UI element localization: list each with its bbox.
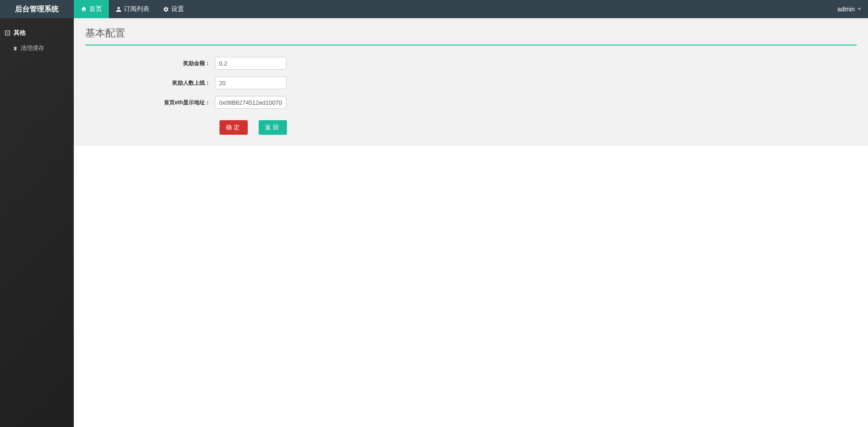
nav-settings-label: 设置 [171,5,184,13]
input-eth-address[interactable] [215,96,286,109]
trash-icon [13,46,18,51]
nav-subscribe-label: 订阅列表 [124,5,149,13]
row-reward-limit: 奖励人数上线： [85,76,857,89]
nav-home[interactable]: 首页 [74,0,109,18]
sidebar-group-other-label: 其他 [14,29,26,37]
user-menu[interactable]: admin [831,0,868,18]
sidebar-group-other[interactable]: 其他 [0,25,74,41]
nav-items: 首页 订阅列表 设置 [74,0,191,18]
sidebar-item-clear-cache-label: 清理缓存 [20,44,44,52]
nav-spacer [191,0,831,18]
panel-title: 基本配置 [85,26,857,46]
label-reward-limit: 奖励人数上线： [85,79,215,87]
label-eth-address: 首页eth显示地址： [85,99,215,107]
config-panel: 基本配置 奖励金额： 奖励人数上线： 首页eth显示地址： 确定 返回 [74,18,868,146]
input-reward-amount[interactable] [215,57,286,70]
top-navbar: 后台管理系统 首页 订阅列表 设置 admin [0,0,868,18]
row-reward-amount: 奖励金额： [85,57,857,70]
label-reward-amount: 奖励金额： [85,60,215,67]
gear-icon [163,6,169,12]
user-name: admin [837,5,855,13]
confirm-button[interactable]: 确定 [220,120,248,135]
sidebar-item-clear-cache[interactable]: 清理缓存 [0,41,74,56]
layout: 其他 清理缓存 基本配置 奖励金额： 奖励人数上线： 首页eth显示地址： [0,18,868,427]
caret-down-icon [858,7,861,11]
sidebar: 其他 清理缓存 [0,18,74,427]
brand-title: 后台管理系统 [0,0,74,18]
minus-square-icon [5,30,10,36]
nav-settings[interactable]: 设置 [156,0,191,18]
row-eth-address: 首页eth显示地址： [85,96,857,109]
back-button[interactable]: 返回 [259,120,287,135]
nav-home-label: 首页 [89,5,102,13]
main-content: 基本配置 奖励金额： 奖励人数上线： 首页eth显示地址： 确定 返回 [74,18,868,427]
user-icon [116,6,122,12]
nav-subscribe[interactable]: 订阅列表 [109,0,156,18]
input-reward-limit[interactable] [215,76,286,89]
button-row: 确定 返回 [85,120,857,135]
home-icon [81,6,87,12]
